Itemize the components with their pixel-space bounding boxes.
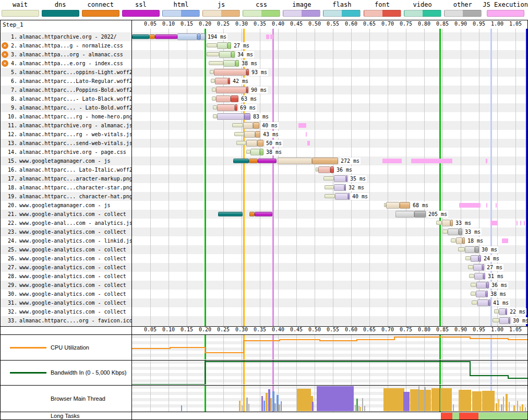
bar-segment-connect[interactable] [249, 212, 255, 217]
bar-segment-font[interactable] [216, 95, 231, 102]
bar-segment-image[interactable] [346, 175, 347, 182]
bar-segment-css[interactable] [227, 42, 231, 49]
bar-segment-wait[interactable] [213, 114, 217, 118]
bar-segment-wait[interactable] [232, 123, 243, 127]
bar-segment-wait[interactable] [468, 265, 473, 269]
bar-segment-image[interactable] [488, 299, 490, 306]
bar-segment-font[interactable] [246, 69, 249, 76]
request-row[interactable]: 29.www.google-analytics.com - collect [1, 281, 131, 290]
bar-segment-wait[interactable] [212, 97, 216, 101]
request-row[interactable]: 13.almanac.httparc...send-web-vitals.js [1, 139, 131, 148]
bar-segment-wait[interactable] [469, 274, 474, 278]
bar-segment-image[interactable] [506, 308, 507, 315]
bar-segment-wait[interactable] [213, 105, 217, 110]
request-row[interactable]: 8.almanac.httparc...- Lato-Black.woff2 [1, 94, 131, 103]
bar-segment-js[interactable] [278, 158, 312, 164]
bar-segment-image[interactable] [499, 317, 509, 324]
bar-segment-font[interactable] [246, 87, 248, 93]
request-row[interactable]: 30.www.google-analytics.com - collect [1, 290, 131, 298]
bar-segment-image[interactable] [509, 317, 510, 324]
request-row[interactable]: 12.almanac.httparc...rg - web-vitals.js [1, 130, 131, 139]
bar-segment-js[interactable] [253, 122, 259, 129]
request-row[interactable]: 17.almanac.httparc...aracter-markup.png [1, 174, 131, 183]
bar-segment-js[interactable] [450, 220, 453, 226]
bar-segment-image[interactable] [486, 282, 489, 289]
bar-segment-connect[interactable] [149, 34, 155, 39]
bar-segment-wait[interactable] [458, 247, 465, 251]
bar-segment-css[interactable] [235, 60, 239, 67]
request-row[interactable]: 23.www.google-analytics.com - collect [1, 227, 131, 236]
bar-segment-css[interactable] [231, 51, 235, 58]
request-row[interactable]: 15.www.googletagmanager.com - js [1, 157, 131, 165]
bar-segment-css[interactable] [260, 149, 263, 155]
bar-segment-font[interactable] [231, 95, 238, 102]
bar-segment-wait[interactable] [236, 141, 246, 145]
bar-segment-font[interactable] [215, 78, 228, 85]
request-row[interactable]: 33.almanac.httparc....org - favicon.ico [1, 316, 131, 325]
bar-segment-wait[interactable] [471, 292, 476, 296]
request-row[interactable]: 14.almanac.httparchive.org - page.css [1, 148, 131, 157]
bar-segment-js[interactable] [462, 237, 465, 244]
bar-segment-image[interactable] [482, 264, 484, 271]
bar-segment-other[interactable] [395, 211, 414, 218]
bar-segment-wait[interactable] [211, 79, 215, 83]
bar-segment-css[interactable] [223, 60, 235, 67]
bar-segment-image[interactable] [335, 193, 348, 200]
bar-segment-css[interactable] [219, 51, 231, 58]
bar-segment-image[interactable] [344, 184, 346, 191]
bar-segment-wait[interactable] [472, 301, 477, 305]
bar-segment-js[interactable] [246, 140, 257, 147]
request-row[interactable]: 6.almanac.httparc...Lato-Regular.woff2 [1, 77, 131, 86]
request-row[interactable]: 22.www.google-anal...com - analytics.js [1, 219, 131, 227]
bar-segment-wait[interactable] [451, 238, 456, 243]
bar-segment-other[interactable] [475, 246, 479, 253]
bar-segment-wait[interactable] [493, 318, 499, 322]
bar-segment-image[interactable] [474, 273, 483, 280]
bar-segment-js[interactable] [442, 220, 450, 226]
bar-segment-image[interactable] [473, 264, 482, 271]
bar-segment-js[interactable] [257, 140, 263, 147]
request-row[interactable]: 26.www.google-analytics.com - collect [1, 254, 131, 263]
bar-segment-wait[interactable] [246, 150, 250, 154]
bar-segment-wait[interactable] [442, 230, 448, 234]
bar-segment-other[interactable] [414, 211, 426, 218]
bar-segment-wait[interactable] [210, 70, 214, 74]
bar-segment-ssl[interactable] [155, 34, 177, 39]
request-row[interactable]: ✕4.almanac.httpa...e.org - index.css [1, 59, 131, 68]
bar-segment-css[interactable] [217, 42, 227, 49]
bar-segment-other[interactable] [465, 246, 475, 253]
bar-segment-wait[interactable] [212, 88, 216, 92]
bar-segment-css[interactable] [250, 149, 260, 155]
request-row[interactable]: 24.www.google-analytics.com - linkid.js [1, 236, 131, 245]
bar-segment-image[interactable] [217, 113, 244, 120]
request-row[interactable]: 10.almanac.httparc...rg - home-hero.png [1, 112, 131, 121]
bar-segment-image[interactable] [334, 184, 344, 191]
bar-segment-wait[interactable] [471, 283, 476, 287]
bar-segment-ssl[interactable] [255, 212, 272, 217]
bar-segment-image[interactable] [476, 282, 486, 289]
bar-segment-dns[interactable] [233, 159, 249, 163]
bar-segment-image[interactable] [334, 175, 346, 182]
bar-segment-wait[interactable] [325, 194, 335, 198]
bar-segment-wait[interactable] [323, 176, 334, 181]
request-row[interactable]: 16.almanac.httparc... Lato-Italic.woff2 [1, 165, 131, 174]
bar-segment-wait[interactable] [436, 221, 442, 225]
request-row[interactable]: 9.almanac.httparc... - Lato-Bold.woff2 [1, 103, 131, 112]
request-row[interactable]: 27.www.google-analytics.com - collect [1, 263, 131, 272]
bar-segment-dns[interactable] [218, 212, 243, 217]
bar-segment-other[interactable] [448, 229, 459, 235]
request-row[interactable]: 31.www.google-analytics.com - collect [1, 298, 131, 307]
bar-segment-font[interactable] [228, 78, 230, 85]
bar-segment-font[interactable] [235, 104, 237, 111]
bar-segment-js[interactable] [243, 122, 253, 129]
request-row[interactable]: 20.www.googletagmanager.com - js [1, 201, 131, 210]
request-row[interactable]: ✕3.almanac.httpa...org - almanac.css [1, 50, 131, 59]
request-row[interactable]: 1.almanac.httparchive.org - 2022/ [1, 32, 131, 41]
bar-segment-wait[interactable] [207, 52, 219, 56]
bar-segment-wait[interactable] [494, 309, 499, 314]
bar-segment-image[interactable] [244, 113, 250, 120]
bar-segment-image[interactable] [478, 255, 481, 262]
bar-segment-connect[interactable] [249, 159, 258, 163]
bar-segment-js[interactable] [255, 131, 260, 138]
request-row[interactable]: ✕2.almanac.httpa...g - normalize.css [1, 41, 131, 50]
